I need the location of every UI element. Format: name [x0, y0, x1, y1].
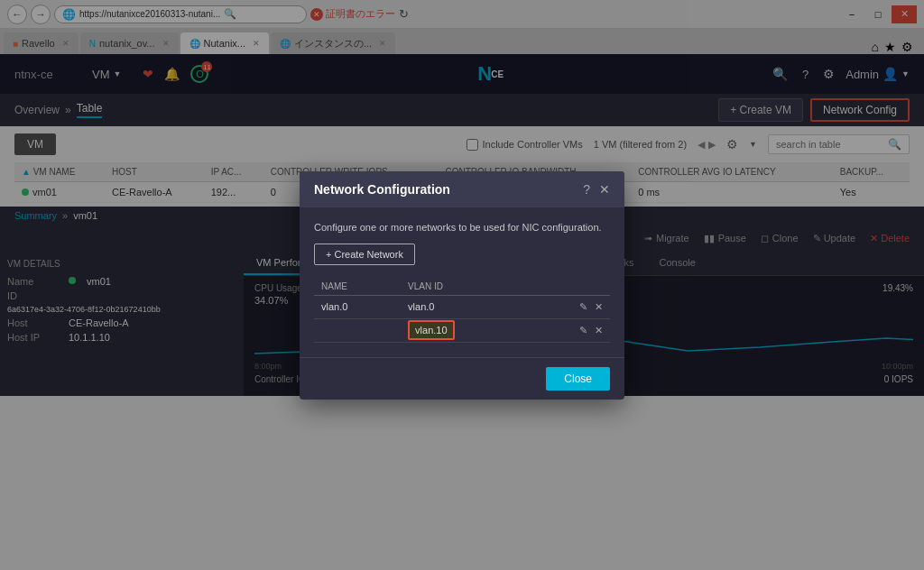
col-name-header: NAME [314, 278, 401, 296]
network-row-0[interactable]: vlan.0 vlan.0 ✎ ✕ [314, 295, 610, 318]
modal-header: Network Configuration ? ✕ [300, 171, 624, 207]
net-actions-0: ✎ ✕ [530, 295, 610, 318]
modal-actions: ? ✕ [583, 182, 610, 197]
col-vlan-header: VLAN ID [401, 278, 530, 296]
modal-description: Configure one or more networks to be use… [314, 222, 610, 233]
net-name-0: vlan.0 [314, 295, 401, 318]
close-modal-button[interactable]: Close [546, 367, 610, 391]
delete-icon-0[interactable]: ✕ [595, 301, 603, 313]
modal-dialog: Network Configuration ? ✕ Configure one … [300, 171, 624, 400]
modal-help-icon[interactable]: ? [583, 182, 590, 197]
net-vlan-1: vlan.10 [401, 318, 530, 342]
net-name-1 [314, 318, 401, 342]
modal-overlay: Network Configuration ? ✕ Configure one … [0, 0, 924, 570]
col-actions-header [530, 278, 610, 296]
create-network-button[interactable]: + Create Network [314, 244, 415, 265]
modal-close-icon[interactable]: ✕ [599, 182, 610, 197]
net-vlan-0: vlan.0 [401, 295, 530, 318]
modal-title: Network Configuration [314, 182, 450, 197]
modal-footer: Close [300, 357, 624, 400]
network-row-1[interactable]: vlan.10 ✎ ✕ [314, 318, 610, 342]
delete-icon-1[interactable]: ✕ [595, 325, 603, 336]
network-table: NAME VLAN ID vlan.0 vlan.0 ✎ ✕ [314, 278, 610, 343]
edit-icon-0[interactable]: ✎ [579, 301, 587, 313]
edit-icon-1[interactable]: ✎ [579, 325, 587, 336]
modal-body: Configure one or more networks to be use… [300, 207, 624, 357]
net-actions-1: ✎ ✕ [530, 318, 610, 342]
vlan-highlighted-badge: vlan.10 [408, 320, 454, 340]
